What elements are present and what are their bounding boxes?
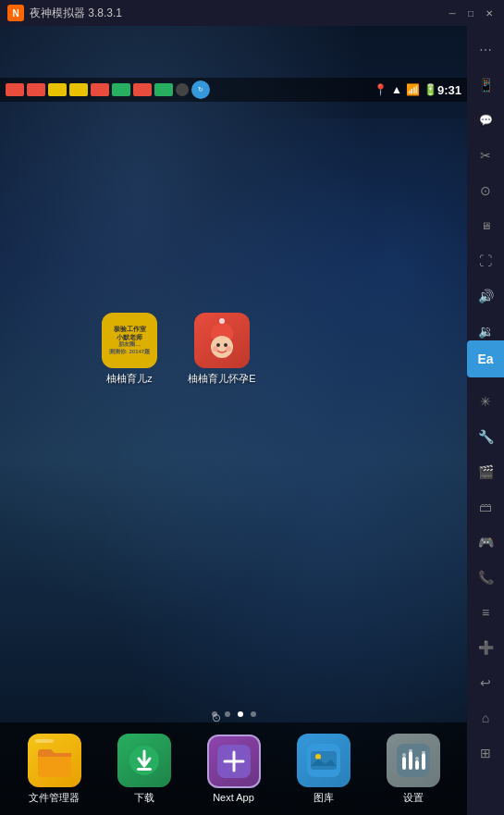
sidebar-phone[interactable]: 📱 xyxy=(469,68,502,102)
sidebar-vol-up[interactable]: 🔊 xyxy=(469,279,502,313)
svg-point-8 xyxy=(226,346,231,352)
svg-rect-22 xyxy=(409,749,412,751)
dock-files-label: 文件管理器 xyxy=(29,791,80,805)
sidebar-screen[interactable]: 🖥 xyxy=(469,209,502,242)
folder-svg xyxy=(36,742,73,779)
svg-rect-26 xyxy=(422,751,425,753)
sidebar-add[interactable]: ➕ xyxy=(469,631,502,664)
page-dot-3 xyxy=(251,711,256,717)
svg-rect-25 xyxy=(422,753,425,770)
notif-icon-3 xyxy=(48,83,67,96)
sidebar-box[interactable]: 🗃 xyxy=(469,490,502,524)
sidebar-back[interactable]: ↩ xyxy=(469,666,502,699)
svg-rect-19 xyxy=(402,757,406,770)
ea-badge[interactable]: Ea xyxy=(467,340,504,377)
sidebar-wrench[interactable]: 🔧 xyxy=(469,420,502,453)
status-time: 9:31 xyxy=(437,83,461,97)
app-label-youcai2: 柚柚育儿怀孕E xyxy=(188,372,255,386)
minimize-button[interactable]: ─ xyxy=(445,6,460,20)
sidebar-phone2[interactable]: 📞 xyxy=(469,561,502,594)
settings-svg xyxy=(397,744,430,777)
app-icon-svg xyxy=(199,317,245,364)
dock-nextapp-label: Next App xyxy=(213,792,254,803)
app-logo: N xyxy=(7,5,24,21)
dock-settings-label: 设置 xyxy=(403,791,424,805)
notif-icon-2 xyxy=(27,83,45,96)
svg-point-5 xyxy=(216,343,220,347)
svg-point-6 xyxy=(224,343,227,347)
sidebar-chat[interactable]: 💬 xyxy=(469,104,502,137)
sidebar-menu[interactable]: ≡ xyxy=(469,596,502,629)
dock-files[interactable]: 文件管理器 xyxy=(18,734,92,805)
sidebar-expand[interactable]: ⛶ xyxy=(469,244,502,278)
status-bar: ↻ 📍 ▲ 📶 🔋 9:31 xyxy=(0,78,467,102)
download-svg xyxy=(128,744,161,777)
notif-icon-5 xyxy=(91,83,109,96)
notif-icon-6 xyxy=(112,83,130,96)
dock-gallery[interactable]: 图库 xyxy=(287,734,361,805)
notif-icon-8 xyxy=(154,83,173,96)
close-button[interactable]: ✕ xyxy=(482,6,497,20)
notification-icons: ↻ xyxy=(6,80,368,99)
dock-nextapp[interactable]: Next App xyxy=(197,735,271,803)
android-screen: ↻ 📍 ▲ 📶 🔋 9:31 极验工作室 小默老师 朋友圈… 测测你: 2014… xyxy=(0,26,467,815)
status-right-icons: 📍 ▲ 📶 🔋 xyxy=(374,83,437,96)
svg-rect-20 xyxy=(402,753,406,757)
nextapp-svg xyxy=(217,745,251,778)
dock-gallery-icon xyxy=(297,734,350,787)
app-icon-youcai2 xyxy=(194,313,250,368)
battery-icon: 🔋 xyxy=(424,83,437,96)
app-icon-youcai1: 极验工作室 小默老师 朋友圈… 测测你: 20147题 xyxy=(102,313,157,368)
svg-rect-11 xyxy=(137,768,152,771)
page-dots: ⊙ xyxy=(212,711,256,717)
notif-icon-9 xyxy=(176,83,189,96)
dock-settings-icon xyxy=(387,734,440,787)
signal-icon: 📶 xyxy=(406,83,420,96)
right-sidebar: ⋯ 📱 💬 ✂ ⊙ 🖥 ⛶ 🔊 🔉 📊 ✳ 🔧 🎬 🗃 🎮 📞 ≡ ➕ ↩ ⌂ … xyxy=(467,26,504,815)
dock-files-icon xyxy=(28,734,81,787)
sidebar-video[interactable]: 🎬 xyxy=(469,455,502,488)
dock-download-icon xyxy=(117,734,171,787)
dock-download[interactable]: 下载 xyxy=(107,734,181,805)
sidebar-location[interactable]: ⊙ xyxy=(469,174,502,207)
location-icon: 📍 xyxy=(374,83,387,96)
svg-rect-24 xyxy=(415,757,419,760)
desktop-app-youcai1[interactable]: 极验工作室 小默老师 朋友圈… 测测你: 20147题 柚柚育儿z xyxy=(92,313,166,386)
dock-gallery-label: 图库 xyxy=(313,791,334,805)
app-title: 夜神模拟器 3.8.3.1 xyxy=(30,6,445,21)
sidebar-star[interactable]: ✳ xyxy=(469,385,502,418)
notif-icon-4 xyxy=(69,83,88,96)
sidebar-gamepad[interactable]: 🎮 xyxy=(469,525,502,559)
dock-settings[interactable]: 设置 xyxy=(376,734,450,805)
app-label-youcai1: 柚柚育儿z xyxy=(106,372,153,386)
svg-rect-21 xyxy=(409,751,412,770)
desktop-app-youcai2[interactable]: 柚柚育儿怀孕E xyxy=(185,313,259,386)
svg-point-3 xyxy=(219,318,225,324)
page-dot-1 xyxy=(225,711,230,717)
dock-nextapp-icon xyxy=(207,735,261,788)
window-controls: ─ □ ✕ xyxy=(445,6,497,20)
dock-download-label: 下载 xyxy=(134,791,154,805)
sidebar-more[interactable]: ⋯ xyxy=(469,33,502,67)
sidebar-recent[interactable]: ⊞ xyxy=(469,736,502,770)
desktop: 极验工作室 小默老师 朋友圈… 测测你: 20147题 柚柚育儿z xyxy=(0,26,467,815)
wifi-icon: ▲ xyxy=(391,83,402,96)
gallery-svg xyxy=(307,744,340,777)
svg-rect-23 xyxy=(415,760,419,770)
page-dot-2 xyxy=(238,711,243,717)
svg-rect-16 xyxy=(311,751,337,770)
maximize-button[interactable]: □ xyxy=(463,6,478,20)
notif-icon-1 xyxy=(6,83,24,96)
sidebar-screenshot[interactable]: ✂ xyxy=(469,139,502,172)
notif-icon-10: ↻ xyxy=(191,80,210,99)
search-dot: ⊙ xyxy=(212,711,217,717)
sidebar-home[interactable]: ⌂ xyxy=(469,701,502,735)
svg-point-7 xyxy=(213,346,218,352)
titlebar: N 夜神模拟器 3.8.3.1 ─ □ ✕ xyxy=(0,0,504,26)
app-dock: 文件管理器 下载 Next App xyxy=(0,722,467,815)
notif-icon-7 xyxy=(133,83,152,96)
